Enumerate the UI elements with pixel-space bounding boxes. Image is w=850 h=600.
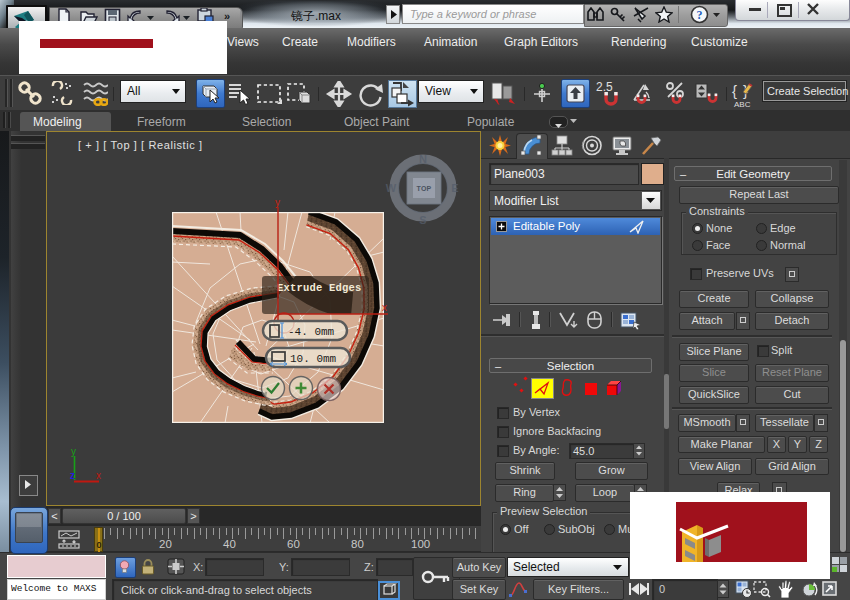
svg-text:TOP: TOP <box>417 185 432 192</box>
svg-text:z: z <box>70 470 75 481</box>
svg-text:-4. 0mm: -4. 0mm <box>288 326 335 338</box>
svg-text:Extrude Edges: Extrude Edges <box>277 282 362 294</box>
svg-text:x: x <box>382 302 387 313</box>
svg-text:10. 0mm: 10. 0mm <box>290 353 337 365</box>
svg-text:y: y <box>275 197 280 208</box>
svg-text:S: S <box>419 214 426 226</box>
svg-text:y: y <box>71 446 76 457</box>
svg-text:W: W <box>386 182 397 194</box>
svg-text:E: E <box>451 182 458 194</box>
svg-text:x: x <box>96 470 101 481</box>
svg-text:{: { <box>732 82 737 99</box>
svg-text:N: N <box>419 153 427 165</box>
svg-text:ABC: ABC <box>734 100 751 108</box>
svg-text:?: ? <box>697 8 703 22</box>
